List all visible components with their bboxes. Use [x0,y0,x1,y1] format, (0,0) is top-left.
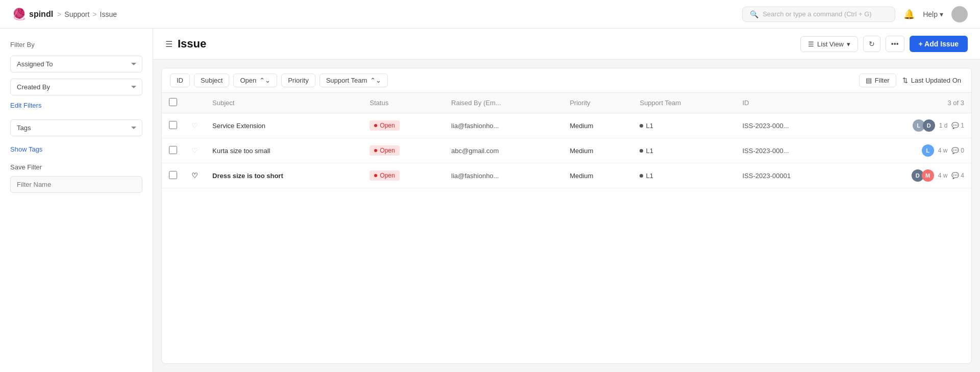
support-team-value: L1 [640,147,653,155]
hamburger-icon[interactable]: ☰ [165,39,173,49]
assigned-to-select[interactable]: Assigned To [10,56,142,72]
th-id: ID [736,93,851,113]
row-id-cell: ISS-2023-000... [736,138,851,163]
row-checkbox-cell [162,138,184,163]
row-status-cell: Open [362,113,444,138]
more-options-button[interactable]: ••• [886,36,904,52]
row-subject-cell[interactable]: Dress size is too short [205,163,362,188]
add-issue-label: + Add Issue [919,40,959,48]
topnav-right: 🔍 Search or type a command (Ctrl + G) 🔔 … [742,6,968,22]
comment-count: 💬 1 [951,122,964,129]
breadcrumb-sep2: > [92,10,96,18]
th-support-team-label: Support Team [640,99,681,107]
support-team-filter-label: Support Team [326,77,368,84]
status-filter-label: Open [240,77,256,84]
content-area: ☰ Issue ☰ List View ▾ ↻ ••• + Add Issue [153,29,980,372]
logo-text: spindl [29,10,53,19]
support-team-value: L1 [640,172,653,180]
table-row: ♡ Dress size is too short Open lia@fashi… [162,163,971,188]
filter-button[interactable]: ▤ Filter [859,73,896,87]
filter-right: ▤ Filter ⇅ Last Updated On [859,73,963,87]
row-fav-cell: ♡ [184,163,205,188]
th-subject-label: Subject [212,99,234,107]
user-avatar[interactable] [951,6,968,22]
row-raised-by-cell: lia@fashionho... [444,113,562,138]
filter-row: ID Subject Open ⌃⌄ Priority Support Team… [162,68,971,93]
notification-bell[interactable]: 🔔 [903,9,915,20]
row-raised-by-cell: abc@gmail.com [444,138,562,163]
avatar: D [923,119,935,132]
time-ago: 4 w [938,147,948,154]
status-filter[interactable]: Open ⌃⌄ [233,73,277,87]
help-chevron: ▾ [940,10,943,18]
page-header: ☰ Issue ☰ List View ▾ ↻ ••• + Add Issue [153,29,980,60]
row-subject-cell[interactable]: Service Extension [205,113,362,138]
tags-select[interactable]: Tags [10,119,142,136]
status-badge: Open [370,120,399,131]
filter-label: Filter [875,77,890,84]
subject-filter-label: Subject [201,77,223,84]
show-tags-link[interactable]: Show Tags [10,145,142,153]
logo: 🧶 spindl [12,8,53,21]
edit-filters-link[interactable]: Edit Filters [10,102,142,109]
support-team-filter[interactable]: Support Team ⌃⌄ [320,73,388,87]
row-support-team-cell: L1 [632,138,735,163]
th-record-count: 3 of 3 [851,93,971,113]
list-view-icon: ☰ [808,40,814,48]
th-priority-label: Priority [570,99,590,107]
favorite-icon[interactable]: ♡ [191,121,198,130]
filter-name-input[interactable] [10,176,142,193]
select-all-checkbox[interactable] [169,98,177,106]
th-status: Status [362,93,444,113]
row-meta-cell: L 4 w 💬 0 [851,138,971,163]
priority-filter[interactable]: Priority [281,73,315,87]
favorite-icon[interactable]: ♡ [191,171,198,180]
search-icon: 🔍 [750,10,758,18]
filter-icon: ▤ [866,77,872,84]
sort-icon: ⇅ [902,77,908,84]
table-body: ♡ Service Extension Open lia@fashionho..… [162,113,971,188]
main-content: ID Subject Open ⌃⌄ Priority Support Team… [161,68,972,364]
priority-filter-label: Priority [288,77,308,84]
row-meta-cell: DM 4 w 💬 4 [851,163,971,188]
row-checkbox[interactable] [169,171,177,179]
subject-filter[interactable]: Subject [194,73,229,87]
search-box[interactable]: 🔍 Search or type a command (Ctrl + G) [742,7,895,22]
comment-count: 💬 0 [951,147,964,154]
refresh-button[interactable]: ↻ [863,36,880,52]
support-dot [640,124,643,128]
help-label: Help [923,10,938,18]
row-raised-by-cell: lia@fashionho... [444,163,562,188]
search-placeholder: Search or type a command (Ctrl + G) [763,10,872,18]
record-count: 3 of 3 [947,99,964,107]
sort-button[interactable]: ⇅ Last Updated On [900,74,963,87]
row-checkbox[interactable] [169,121,177,129]
list-view-button[interactable]: ☰ List View ▾ [800,36,858,52]
issue-table: Subject Status Raised By (Em... Priority [162,93,971,188]
list-view-label: List View [817,40,844,48]
row-id-cell: ISS-2023-00001 [736,163,851,188]
page-title: Issue [178,37,206,51]
help-button[interactable]: Help ▾ [923,10,943,18]
support-team-chevron: ⌃⌄ [370,77,381,84]
favorite-icon[interactable]: ♡ [191,146,198,155]
row-checkbox[interactable] [169,146,177,154]
sidebar: Filter By Assigned To Created By Edit Fi… [0,29,153,372]
id-filter[interactable]: ID [170,73,190,87]
status-dot [374,124,377,127]
support-team-value: L1 [640,122,653,130]
created-by-select[interactable]: Created By [10,79,142,95]
tags-section: Tags Show Tags [10,119,142,153]
th-status-label: Status [370,99,388,107]
time-ago: 1 d [939,122,948,129]
breadcrumb-issue[interactable]: Issue [100,10,117,18]
support-dot [640,149,643,153]
add-issue-button[interactable]: + Add Issue [910,36,968,52]
status-filter-chevron: ⌃⌄ [259,77,271,84]
row-subject-cell[interactable]: Kurta size too small [205,138,362,163]
th-support-team: Support Team [632,93,735,113]
comment-icon: 💬 [951,147,959,154]
avatar-group: L [924,144,934,157]
row-fav-cell: ♡ [184,113,205,138]
breadcrumb-support[interactable]: Support [64,10,89,18]
